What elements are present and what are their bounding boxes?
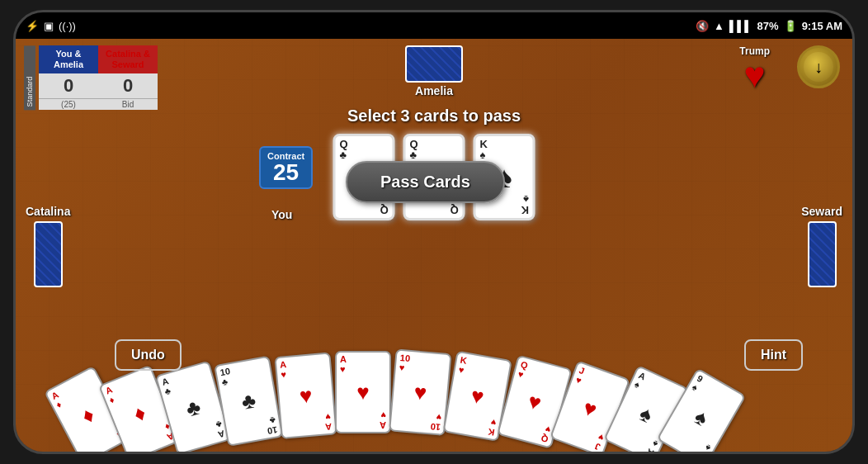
pass-cards-button[interactable]: Pass Cards — [346, 161, 505, 203]
mute-icon: 🔇 — [696, 20, 709, 32]
device-frame: ⚡ ▣ ((·)) 🔇 ▲ ▌▌▌ 87% 🔋 9:15 AM Standard… — [13, 10, 855, 454]
catalina-name: Catalina — [26, 205, 70, 218]
seward-cards — [808, 221, 837, 287]
team-blue-score: 0 — [39, 73, 98, 98]
status-right: 🔇 ▲ ▌▌▌ 87% 🔋 9:15 AM — [696, 20, 842, 32]
hint-button[interactable]: Hint — [744, 339, 803, 371]
right-player-area: Seward — [801, 203, 842, 287]
hand-card-6[interactable]: A♥ ♥ A♥ — [335, 351, 391, 433]
sim-icon: ▣ — [44, 20, 54, 32]
seward-name: Seward — [801, 205, 842, 218]
score-footer: (25) Bid — [39, 98, 158, 110]
left-player-area: Catalina — [26, 203, 70, 287]
score-values: 0 0 — [39, 73, 158, 98]
card-rank-tl: Q♣ — [340, 139, 348, 160]
score-header: You & Amelia Catalina & Seward — [39, 45, 158, 73]
hand-area: A♦ ♦ A♦ A♦ ♦ A♦ A♣ ♣ A♣ 10♣ ♣ 10♣ — [79, 353, 789, 452]
trump-suit: ♥ — [744, 57, 766, 93]
card-rank-br: K♠ — [521, 194, 528, 215]
amelia-name: Amelia — [415, 84, 453, 97]
you-label: You — [271, 208, 292, 221]
top-player-area: Amelia — [405, 45, 463, 97]
trump-button[interactable]: ↓ — [797, 45, 840, 88]
wifi-signal-icon: ((·)) — [59, 20, 76, 32]
round-label: (25) — [39, 99, 98, 110]
bid-label: Bid — [98, 99, 158, 110]
undo-button[interactable]: Undo — [115, 339, 182, 371]
time: 9:15 AM — [802, 20, 842, 32]
team-blue-header: You & Amelia — [39, 45, 98, 73]
hand-card-7[interactable]: 10♥ ♥ 10♥ — [389, 348, 451, 436]
usb-icon: ⚡ — [26, 20, 39, 32]
card-rank-tl: K♠ — [480, 139, 488, 160]
contract-badge: Contract 25 — [259, 146, 313, 189]
select-prompt: Select 3 cards to pass — [347, 107, 521, 125]
trump-area: Trump ♥ — [739, 45, 770, 93]
signal-icon: ▌▌▌ — [729, 20, 752, 32]
status-bar: ⚡ ▣ ((·)) 🔇 ▲ ▌▌▌ 87% 🔋 9:15 AM — [16, 12, 852, 39]
status-left: ⚡ ▣ ((·)) — [26, 20, 76, 32]
trump-button-inner: ↓ — [804, 52, 833, 82]
battery-icon: 🔋 — [784, 20, 797, 32]
team-red-score: 0 — [98, 73, 158, 98]
wifi-icon: ▲ — [714, 20, 724, 32]
hand-card-5[interactable]: A♥ ♥ A♥ — [274, 352, 337, 439]
score-panel: Standard You & Amelia Catalina & Seward … — [24, 45, 158, 110]
game-mode-label: Standard — [24, 45, 35, 110]
battery-percent: 87% — [757, 20, 779, 32]
contract-value: 25 — [267, 161, 304, 184]
game-area: Standard You & Amelia Catalina & Seward … — [16, 39, 852, 452]
catalina-cards — [34, 221, 63, 287]
card-rank-tl: Q♣ — [410, 139, 418, 160]
team-red-header: Catalina & Seward — [98, 45, 158, 73]
amelia-cards — [405, 45, 463, 83]
